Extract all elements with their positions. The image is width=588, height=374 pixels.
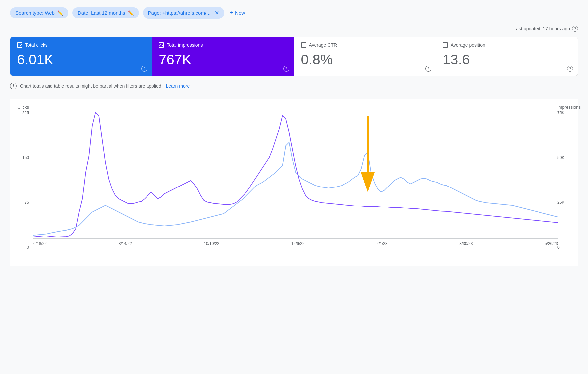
x-label-6: 3/30/23 xyxy=(459,241,473,246)
average-position-header: Average position xyxy=(443,42,571,48)
pencil-icon-2: ✏️ xyxy=(128,10,134,16)
y-left-0: 0 xyxy=(27,245,29,249)
y-left-75: 75 xyxy=(25,200,29,204)
average-ctr-header: Average CTR xyxy=(301,42,429,48)
chart-svg: 1 6/18/22 8/14/22 10/10/22 12/6/22 2/1/2… xyxy=(33,106,558,246)
total-impressions-value: 767K xyxy=(159,52,287,68)
y-right-50k: 50K xyxy=(557,156,564,160)
close-icon: ✕ xyxy=(215,10,219,16)
average-position-help-icon[interactable]: ? xyxy=(567,66,573,72)
total-impressions-checkbox[interactable]: ✓ xyxy=(159,42,164,48)
average-ctr-card[interactable]: Average CTR 0.8% ? xyxy=(294,37,436,76)
search-type-label: Search type: Web xyxy=(15,10,55,16)
x-label-4: 12/6/22 xyxy=(291,241,305,246)
last-updated-help-icon[interactable]: ? xyxy=(572,26,578,32)
average-position-help: ? xyxy=(567,65,573,72)
notice-text: Chart totals and table results might be … xyxy=(20,83,163,89)
chart-svg-element: 1 xyxy=(33,106,558,239)
last-updated-row: Last updated: 17 hours ago ? xyxy=(10,26,578,32)
clicks-line xyxy=(33,112,558,237)
y-axis-right-title: Impressions xyxy=(557,105,581,110)
x-axis-labels: 6/18/22 8/14/22 10/10/22 12/6/22 2/1/23 … xyxy=(33,239,558,246)
total-clicks-help: ? xyxy=(141,65,147,72)
total-clicks-card[interactable]: ✓ Total clicks 6.01K ? xyxy=(10,37,152,76)
y-left-225: 225 xyxy=(22,111,29,115)
learn-more-link[interactable]: Learn more xyxy=(166,83,190,89)
average-position-value: 13.6 xyxy=(443,52,571,68)
page-label: Page: +https://ahrefs.com/... xyxy=(148,10,211,16)
search-type-filter[interactable]: Search type: Web ✏️ xyxy=(10,7,68,18)
average-ctr-help: ? xyxy=(425,65,431,72)
y-right-75k: 75K xyxy=(557,111,564,115)
x-label-2: 8/14/22 xyxy=(119,241,132,246)
filter-bar: Search type: Web ✏️ Date: Last 12 months… xyxy=(10,7,578,19)
x-label-7: 5/26/23 xyxy=(545,241,558,246)
average-position-checkbox[interactable] xyxy=(443,42,448,48)
date-filter[interactable]: Date: Last 12 months ✏️ xyxy=(72,7,139,18)
total-impressions-header: ✓ Total impressions xyxy=(159,42,287,48)
metric-cards: ✓ Total clicks 6.01K ? ✓ Total impressio… xyxy=(10,37,578,76)
chart-container: Clicks 225 150 75 0 Impressions 75K 50K … xyxy=(10,99,578,266)
pencil-icon: ✏️ xyxy=(57,10,63,16)
total-clicks-value: 6.01K xyxy=(17,52,145,68)
total-impressions-help: ? xyxy=(283,65,289,72)
new-button-label: New xyxy=(235,10,245,16)
info-notice: i Chart totals and table results might b… xyxy=(10,83,578,89)
page-filter[interactable]: Page: +https://ahrefs.com/... ✕ xyxy=(143,7,224,19)
average-ctr-value: 0.8% xyxy=(301,52,429,68)
total-clicks-label: Total clicks xyxy=(25,42,48,48)
plus-icon: + xyxy=(230,9,233,16)
date-label: Date: Last 12 months xyxy=(78,10,125,16)
new-filter-button[interactable]: + New xyxy=(228,7,246,19)
last-updated-text: Last updated: 17 hours ago xyxy=(514,26,570,31)
total-impressions-help-icon[interactable]: ? xyxy=(283,66,289,72)
total-impressions-label: Total impressions xyxy=(167,42,203,48)
average-ctr-checkbox[interactable] xyxy=(301,42,306,48)
y-axis-left: Clicks 225 150 75 0 xyxy=(10,105,32,249)
y-axis-left-title: Clicks xyxy=(17,105,29,110)
total-clicks-header: ✓ Total clicks xyxy=(17,42,145,48)
info-icon: i xyxy=(10,83,17,89)
total-clicks-help-icon[interactable]: ? xyxy=(141,66,147,72)
average-ctr-help-icon[interactable]: ? xyxy=(425,66,431,72)
x-label-3: 10/10/22 xyxy=(204,241,219,246)
average-position-card[interactable]: Average position 13.6 ? xyxy=(436,37,578,76)
x-label-5: 2/1/23 xyxy=(376,241,387,246)
y-axis-right: Impressions 75K 50K 25K 0 xyxy=(555,105,578,249)
y-right-25k: 25K xyxy=(557,200,564,204)
y-left-150: 150 xyxy=(22,156,29,160)
average-ctr-label: Average CTR xyxy=(309,42,337,48)
average-position-label: Average position xyxy=(451,42,485,48)
x-label-1: 6/18/22 xyxy=(33,241,47,246)
total-clicks-checkbox[interactable]: ✓ xyxy=(17,42,22,48)
total-impressions-card[interactable]: ✓ Total impressions 767K ? xyxy=(152,37,294,76)
